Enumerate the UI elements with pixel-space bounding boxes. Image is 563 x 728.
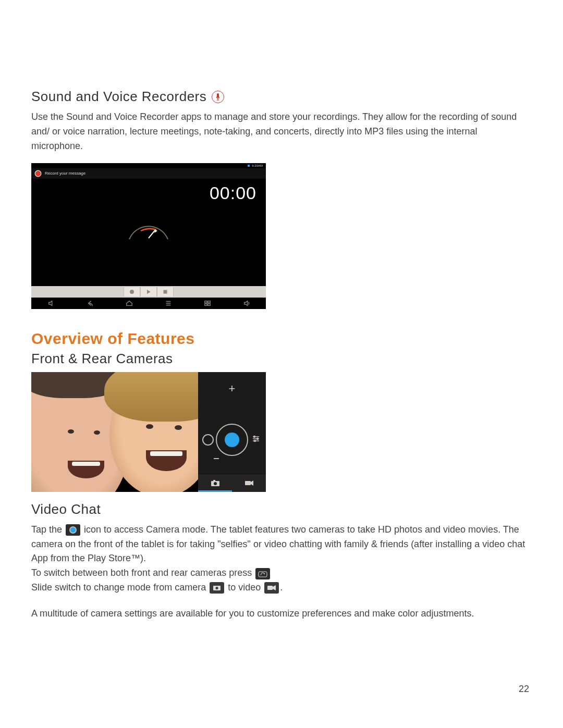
camera-preview: [31, 372, 198, 492]
switch-camera-icon: [255, 568, 270, 579]
video-chat-heading-text: Video Chat: [31, 501, 101, 517]
record-button[interactable]: [124, 287, 140, 297]
svg-point-10: [257, 438, 259, 440]
svg-point-11: [254, 440, 256, 442]
svg-point-19: [216, 587, 218, 589]
cameras-heading: Front & Rear Cameras: [31, 351, 529, 367]
still-mode-tab[interactable]: [198, 474, 232, 492]
svg-marker-3: [147, 290, 151, 294]
recorder-screenshot: 9:20AM Record your message 00:00: [31, 163, 266, 309]
home-icon[interactable]: [126, 300, 133, 307]
svg-marker-16: [251, 480, 253, 486]
status-bar: 9:20AM: [31, 163, 266, 168]
recorder-app-bar: Record your message: [31, 168, 266, 179]
video-mode-tab[interactable]: [232, 474, 266, 492]
play-button[interactable]: [140, 287, 157, 297]
svg-rect-4: [164, 290, 167, 293]
svg-rect-15: [245, 481, 251, 485]
svg-rect-8: [207, 304, 210, 306]
svg-line-0: [149, 230, 155, 238]
volume-down-icon[interactable]: [47, 300, 55, 307]
android-nav-bar: [31, 298, 266, 309]
stop-button[interactable]: [157, 287, 174, 297]
overview-heading: Overview of Features: [31, 330, 529, 348]
camera-mode-bar: [198, 474, 266, 492]
recorder-app-icon: [34, 170, 42, 177]
svg-rect-14: [213, 480, 215, 482]
camera-screenshot: +: [31, 372, 266, 492]
apps-icon[interactable]: [204, 300, 211, 307]
cameras-heading-text: Front & Rear Cameras: [31, 351, 173, 367]
status-bar-time: 9:20AM: [252, 164, 263, 167]
svg-rect-20: [267, 586, 273, 590]
zoom-in-icon[interactable]: +: [229, 382, 236, 396]
svg-rect-6: [207, 301, 210, 303]
sound-recorders-body: Use the Sound and Voice Recorder apps to…: [31, 110, 529, 154]
recorder-gauge-icon: [125, 223, 172, 243]
recorder-control-bar: [31, 286, 266, 298]
recents-icon[interactable]: [165, 300, 172, 307]
svg-point-2: [130, 290, 134, 294]
video-chat-heading: Video Chat: [31, 501, 529, 517]
sound-recorders-heading-text: Sound and Voice Recorders: [31, 89, 206, 105]
recorder-timer: 00:00: [210, 183, 256, 203]
settings-sliders-icon[interactable]: [251, 434, 261, 445]
svg-marker-21: [273, 585, 276, 590]
still-camera-icon: [210, 582, 224, 594]
thumbnail-icon[interactable]: [202, 434, 214, 446]
svg-rect-5: [204, 301, 206, 303]
svg-point-9: [254, 436, 255, 438]
volume-up-icon[interactable]: [243, 300, 250, 307]
microphone-icon: [212, 91, 224, 103]
zoom-out-icon[interactable]: [214, 458, 219, 459]
svg-rect-7: [204, 304, 206, 306]
camera-app-icon: [66, 524, 80, 536]
back-icon[interactable]: [87, 300, 94, 307]
video-chat-settings-body: A multitude of camera settings are avail…: [31, 607, 529, 621]
sound-recorders-heading: Sound and Voice Recorders: [31, 89, 529, 105]
video-camera-icon: [264, 582, 279, 594]
video-chat-p1: Tap the icon to access Camera mode. The …: [31, 523, 529, 595]
recorder-app-label: Record your message: [45, 171, 85, 176]
svg-point-13: [214, 482, 217, 485]
shutter-button[interactable]: [216, 424, 248, 456]
page-number: 22: [519, 684, 529, 695]
